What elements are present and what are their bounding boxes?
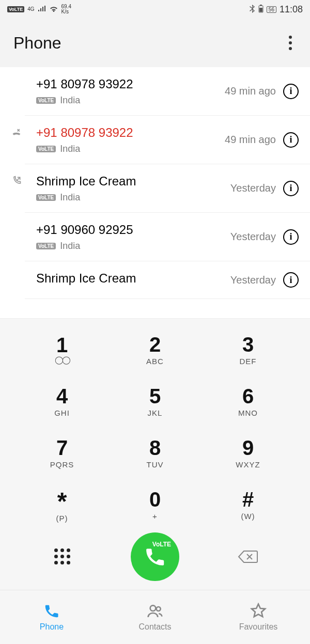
more-vert-icon[interactable] bbox=[284, 30, 297, 55]
bluetooth-icon bbox=[249, 5, 255, 14]
dialpad-key-sub: (W) bbox=[241, 512, 255, 521]
call-log-row[interactable]: +91 80978 93922VoLTEIndia49 min agoi bbox=[25, 116, 310, 164]
call-time: Yesterday bbox=[230, 274, 276, 286]
dialpad-key-3[interactable]: 3DEF bbox=[202, 324, 295, 375]
call-log-row[interactable]: Shrimp Ice CreamVoLTEIndiaYesterdayi bbox=[25, 164, 310, 213]
battery-small-icon bbox=[258, 5, 264, 14]
volte-badge: VoLTE bbox=[7, 6, 24, 12]
nav-contacts-label: Contacts bbox=[138, 622, 171, 632]
dialpad-key-6[interactable]: 6MNO bbox=[202, 375, 295, 427]
dialpad-key-*[interactable]: *(P) bbox=[16, 479, 109, 531]
wifi-icon bbox=[49, 5, 58, 14]
dialpad-key-digit: 8 bbox=[149, 437, 161, 458]
status-bar: VoLTE 4G 69.4 K/s 56 11:08 bbox=[0, 0, 310, 19]
dialpad-key-digit: 6 bbox=[242, 386, 254, 406]
call-time: Yesterday bbox=[230, 231, 276, 243]
bottom-nav: Phone Contacts Favourites bbox=[0, 590, 310, 644]
call-log-main: +91 80978 93922VoLTEIndia bbox=[36, 125, 225, 154]
missed-call-icon bbox=[11, 127, 22, 137]
call-volte-badge: VoLTE bbox=[152, 541, 171, 548]
outgoing-call-icon bbox=[11, 176, 22, 186]
dialpad-key-digit: 5 bbox=[149, 386, 161, 406]
call-number: +91 80978 93922 bbox=[36, 76, 225, 92]
dialpad-key-9[interactable]: 9WXYZ bbox=[202, 427, 295, 479]
call-log-row[interactable]: Shrimp Ice CreamYesterdayi bbox=[25, 261, 310, 299]
call-fab[interactable]: VoLTE bbox=[131, 532, 179, 581]
call-sub: VoLTEIndia bbox=[36, 241, 230, 252]
dialpad-key-sub: MNO bbox=[238, 409, 258, 417]
dialpad-key-sub: ABC bbox=[146, 357, 164, 366]
app-header: Phone bbox=[0, 19, 310, 67]
volte-chip: VoLTE bbox=[36, 194, 56, 201]
dialpad-menu-button[interactable] bbox=[16, 531, 109, 583]
dialpad-key-1[interactable]: 1◯◯ bbox=[16, 324, 109, 375]
info-icon[interactable]: i bbox=[283, 272, 299, 288]
backspace-button[interactable] bbox=[202, 531, 295, 583]
dialpad-key-5[interactable]: 5JKL bbox=[109, 375, 202, 427]
clock: 11:08 bbox=[280, 4, 303, 15]
svg-point-4 bbox=[157, 607, 161, 611]
dialpad-key-digit: 3 bbox=[242, 334, 254, 355]
nav-phone[interactable]: Phone bbox=[0, 590, 103, 644]
call-log-main: Shrimp Ice CreamVoLTEIndia bbox=[36, 174, 230, 203]
call-number: +91 80978 93922 bbox=[36, 125, 225, 140]
call-button[interactable]: VoLTE bbox=[109, 531, 202, 583]
call-sub: VoLTEIndia bbox=[36, 192, 230, 203]
call-location: India bbox=[60, 192, 80, 203]
call-location: India bbox=[60, 144, 80, 154]
call-sub: VoLTEIndia bbox=[36, 95, 225, 106]
info-icon[interactable]: i bbox=[283, 229, 299, 245]
call-number: +91 90960 92925 bbox=[36, 222, 230, 238]
grid-icon bbox=[54, 548, 70, 564]
call-location: India bbox=[60, 241, 80, 252]
dialpad-key-sub: TUV bbox=[147, 460, 164, 469]
voicemail-icon: ◯◯ bbox=[55, 355, 69, 365]
call-number: Shrimp Ice Cream bbox=[36, 271, 230, 286]
call-sub: VoLTEIndia bbox=[36, 144, 225, 154]
info-icon[interactable]: i bbox=[283, 84, 299, 99]
network-type: 4G bbox=[27, 7, 34, 12]
call-log-main: +91 80978 93922VoLTEIndia bbox=[36, 76, 225, 106]
dialpad-key-digit: 2 bbox=[149, 334, 161, 355]
volte-chip: VoLTE bbox=[36, 97, 56, 104]
dialpad-key-sub: WXYZ bbox=[236, 460, 260, 469]
volte-chip: VoLTE bbox=[36, 146, 56, 152]
battery-percent: 56 bbox=[267, 6, 276, 13]
call-log-row[interactable]: +91 80978 93922VoLTEIndia49 min agoi bbox=[25, 67, 310, 116]
nav-contacts[interactable]: Contacts bbox=[103, 590, 207, 644]
call-log-main: +91 90960 92925VoLTEIndia bbox=[36, 222, 230, 252]
call-number: Shrimp Ice Cream bbox=[36, 174, 230, 189]
info-icon[interactable]: i bbox=[283, 181, 299, 196]
dialpad-key-#[interactable]: #(W) bbox=[202, 479, 295, 531]
dialpad-key-digit: # bbox=[242, 489, 254, 510]
signal-icon bbox=[38, 5, 46, 13]
dialpad-key-0[interactable]: 0+ bbox=[109, 479, 202, 531]
svg-rect-1 bbox=[260, 5, 262, 6]
dialpad-key-digit: * bbox=[57, 489, 67, 514]
status-left: VoLTE 4G 69.4 K/s bbox=[7, 4, 71, 14]
speed-unit: K/s bbox=[61, 9, 71, 14]
dialpad-key-digit: 7 bbox=[56, 437, 68, 458]
call-location: India bbox=[60, 95, 80, 106]
svg-point-3 bbox=[150, 605, 156, 611]
dialpad-key-sub: (P) bbox=[56, 514, 68, 523]
network-speed: 4G bbox=[27, 7, 34, 12]
nav-favourites[interactable]: Favourites bbox=[207, 590, 310, 644]
call-time: Yesterday bbox=[230, 182, 276, 194]
svg-rect-2 bbox=[259, 8, 262, 12]
call-log-row[interactable]: +91 90960 92925VoLTEIndiaYesterdayi bbox=[25, 213, 310, 261]
dialpad-key-7[interactable]: 7PQRS bbox=[16, 427, 109, 479]
status-right: 56 11:08 bbox=[249, 4, 303, 15]
dialpad-key-2[interactable]: 2ABC bbox=[109, 324, 202, 375]
dialpad-key-digit: 9 bbox=[242, 437, 254, 458]
dialpad-key-8[interactable]: 8TUV bbox=[109, 427, 202, 479]
info-icon[interactable]: i bbox=[283, 132, 299, 148]
dialpad: 1◯◯2ABC3DEF4GHI5JKL6MNO7PQRS8TUV9WXYZ*(P… bbox=[0, 318, 310, 590]
call-log[interactable]: +91 80978 93922VoLTEIndia49 min agoi+91 … bbox=[0, 67, 310, 318]
nav-phone-label: Phone bbox=[40, 622, 64, 632]
nav-favourites-label: Favourites bbox=[239, 622, 278, 632]
dialpad-key-4[interactable]: 4GHI bbox=[16, 375, 109, 427]
dialpad-key-digit: 0 bbox=[149, 489, 161, 510]
dialpad-key-sub: GHI bbox=[54, 409, 70, 417]
call-log-main: Shrimp Ice Cream bbox=[36, 271, 230, 289]
